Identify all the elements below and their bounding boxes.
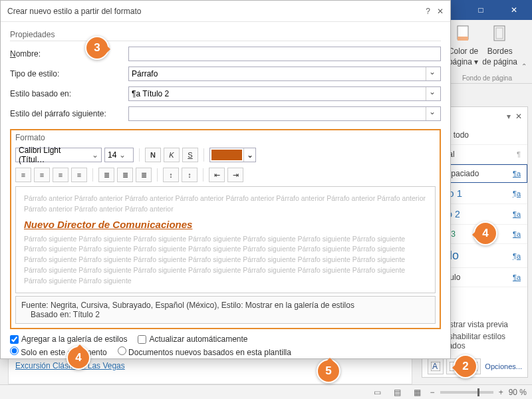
callout-4a: 4 [66,346,90,370]
next-style-select[interactable]: ⌄ [128,106,441,121]
line-spacing-2-icon[interactable]: ≣ [136,168,152,182]
font-select[interactable]: Calibri Light (Títul…⌄ [15,148,102,162]
preview-before: Párrafo anterior Párrafo anterior Párraf… [24,194,427,215]
line-spacing-1-icon[interactable]: ≣ [98,168,114,182]
line-spacing-15-icon[interactable]: ≣ [117,168,133,182]
based-on-value: ¶a Título 2 [132,89,169,98]
new-style-dialog: Crear nuevo estilo a partir del formato … [0,0,451,359]
svg-rect-3 [458,37,468,41]
properties-header: Propiedades [10,30,441,41]
underline-button[interactable]: S [182,148,198,162]
page-borders-label2: de página [482,57,517,66]
font-color-select[interactable]: ⌄ [209,148,256,162]
ribbon-collapse-icon[interactable]: ⌃ [521,63,527,70]
page-color-icon [452,23,475,45]
style-preview: Párrafo anterior Párrafo anterior Párraf… [15,186,436,293]
page-color-label1: Color de [448,47,478,56]
page-borders-label1: Bordes [487,47,513,56]
svg-rect-5 [496,28,503,39]
styles-options-link[interactable]: Opciones... [485,362,522,370]
svg-text:A: A [432,362,438,371]
zoom-value[interactable]: 90 % [509,388,527,397]
page-color-label2: página ▾ [448,57,478,66]
restore-icon[interactable]: □ [466,0,496,20]
bold-button[interactable]: N [145,148,161,162]
callout-4b: 4 [473,221,497,245]
pane-close-icon[interactable]: ✕ [515,112,522,121]
pane-menu-icon[interactable]: ▾ [507,112,511,121]
status-bar: ▭ ▤ ▦ − + 90 % [0,384,532,399]
based-on-label: Estilo basado en: [10,89,123,98]
new-docs-template-radio[interactable]: Documentos nuevos basados en esta planti… [118,346,291,357]
preview-sample-text: Nuevo Director de Comunicaciones [24,219,427,230]
zoom-slider[interactable] [440,391,493,394]
preview-after: Párrafo siguiente Párrafo siguiente Párr… [24,234,427,287]
align-left-icon[interactable]: ≡ [15,168,31,182]
indent-inc-icon[interactable]: ⇥ [227,168,243,182]
italic-button[interactable]: K [164,148,180,162]
zoom-out-icon[interactable]: − [430,388,435,397]
web-layout-icon[interactable]: ▦ [410,386,425,398]
name-input[interactable] [128,47,441,61]
add-to-gallery-check[interactable]: Agregar a la galería de estilos [10,334,127,344]
callout-2: 2 [454,354,477,378]
read-mode-icon[interactable]: ▭ [370,386,385,398]
close-window-icon[interactable]: ✕ [499,0,529,20]
type-select[interactable]: Párrafo ⌄ [128,66,441,81]
type-label: Tipo de estilo: [10,69,123,78]
align-right-icon[interactable]: ≡ [53,168,68,182]
dialog-close-icon[interactable]: ✕ [437,7,444,16]
space-before-inc-icon[interactable]: ↕ [163,168,179,182]
page-borders-button[interactable]: Bordes de página [482,23,517,80]
next-style-label: Estilo del párrafo siguiente: [10,109,123,118]
chevron-down-icon: ⌄ [426,87,438,100]
based-on-select[interactable]: ¶a Título 2 ⌄ [128,86,441,101]
chevron-down-icon: ⌄ [426,67,438,80]
zoom-in-icon[interactable]: + [499,388,503,397]
align-center-icon[interactable]: ≡ [34,168,50,182]
color-swatch [211,150,242,160]
print-layout-icon[interactable]: ▤ [390,386,405,398]
chevron-down-icon: ⌄ [426,107,438,120]
new-style-icon[interactable]: A [428,358,444,374]
page-borders-icon [489,23,511,45]
style-description: Fuente: Negrita, Cursiva, Subrayado, Esp… [15,296,436,324]
space-before-dec-icon[interactable]: ↕ [182,168,198,182]
ribbon-group-label: Fondo de página [462,74,512,82]
callout-3: 3 [85,36,109,60]
callout-5: 5 [317,359,340,383]
dialog-help-icon[interactable]: ? [426,7,430,16]
page-color-button[interactable]: Color de página ▾ [448,23,478,80]
auto-update-check[interactable]: Actualizar automáticamente [138,334,247,344]
align-justify-icon[interactable]: ≡ [71,168,87,182]
type-value: Párrafo [132,69,158,78]
size-select[interactable]: 14⌄ [104,148,134,162]
only-this-doc-radio[interactable]: Solo en este documento [10,346,107,357]
format-group: Formato Calibri Light (Títul…⌄ 14⌄ N K S… [10,129,441,329]
format-header: Formato [15,133,436,144]
dialog-title: Crear nuevo estilo a partir del formato [7,7,141,16]
indent-dec-icon[interactable]: ⇤ [209,168,225,182]
